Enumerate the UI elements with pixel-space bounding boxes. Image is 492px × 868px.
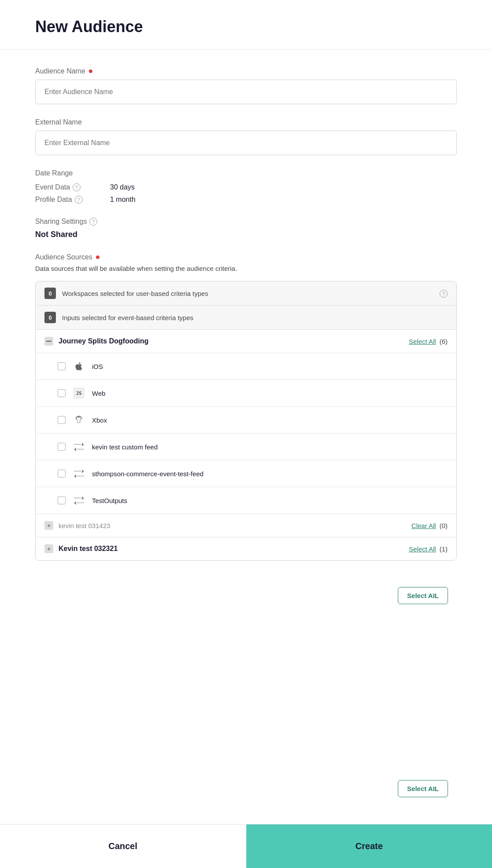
- select-ail-button-1[interactable]: Select AIL: [398, 587, 448, 604]
- profile-data-row: Profile Data ? 1 month: [35, 196, 457, 204]
- kevin-feed-name: kevin test custom feed: [92, 443, 158, 451]
- workspace-kevin-032321-header: + Kevin test 032321 Select All (1): [36, 537, 456, 560]
- transfer-icon-kevin: [73, 441, 85, 453]
- transfer-icon-sthompson: [73, 467, 85, 480]
- sharing-settings-section: Sharing Settings ? Not Shared: [35, 218, 457, 239]
- event-data-help-icon[interactable]: ?: [73, 183, 81, 191]
- form-container: Audience Name External Name Date Range E…: [0, 50, 492, 850]
- workspaces-summary-row: 0 Workspaces selected for user-based cri…: [36, 281, 456, 306]
- profile-data-value: 1 month: [110, 196, 136, 204]
- apple-icon: [73, 360, 85, 372]
- page-header: New Audience: [0, 0, 492, 50]
- select-ail-container-1: Select AIL: [35, 587, 457, 604]
- source-item-web: JS Web: [36, 379, 456, 406]
- testoutputs-name: TestOutputs: [92, 497, 127, 504]
- source-item-testoutputs: TestOutputs: [36, 487, 456, 514]
- event-data-label: Event Data ?: [35, 183, 110, 191]
- workspace-kevin-032321: + Kevin test 032321 Select All (1): [36, 537, 456, 560]
- audience-sources-label: Audience Sources: [35, 253, 457, 261]
- bottom-bar: Cancel Create: [0, 824, 492, 868]
- audience-sources-section: Audience Sources Data sources that will …: [35, 253, 457, 561]
- select-ail-container-2: Select AIL: [35, 780, 457, 797]
- page-title: New Audience: [35, 18, 457, 36]
- required-indicator: [89, 69, 92, 73]
- date-range-title: Date Range: [35, 169, 457, 177]
- kevin-feed-checkbox[interactable]: [58, 443, 66, 451]
- xbox-icon: [73, 414, 85, 426]
- ios-checkbox[interactable]: [58, 362, 66, 370]
- create-button[interactable]: Create: [246, 824, 492, 868]
- inputs-summary-text: Inputs selected for event-based criteria…: [62, 314, 448, 321]
- workspace-journey-splits: Journey Splits Dogfooding Select All (6): [36, 330, 456, 514]
- workspace-kevin-031423: + kevin test 031423 Clear All (0): [36, 514, 456, 537]
- audience-sources-description: Data sources that will be available when…: [35, 265, 457, 272]
- select-ail-button-2[interactable]: Select AIL: [398, 780, 448, 797]
- external-name-label: External Name: [35, 118, 457, 126]
- journey-splits-count: (6): [440, 338, 448, 345]
- web-source-name: Web: [92, 390, 106, 397]
- collapse-journey-splits-icon[interactable]: [44, 337, 53, 346]
- source-item-xbox: Xbox: [36, 406, 456, 433]
- audience-name-group: Audience Name: [35, 67, 457, 104]
- sthompson-checkbox[interactable]: [58, 470, 66, 478]
- profile-data-help-icon[interactable]: ?: [75, 196, 83, 204]
- select-all-journey-splits[interactable]: Select All: [409, 338, 436, 345]
- expand-kevin-031423-icon[interactable]: +: [44, 521, 53, 530]
- xbox-source-name: Xbox: [92, 416, 107, 424]
- event-data-value: 30 days: [110, 183, 135, 191]
- workspace-kevin-032321-name: Kevin test 032321: [59, 545, 117, 553]
- date-range-section: Date Range Event Data ? 30 days Profile …: [35, 169, 457, 204]
- kevin-032321-count: (1): [440, 545, 448, 553]
- kevin-031423-count: (0): [440, 522, 448, 529]
- sharing-settings-label: Sharing Settings ?: [35, 218, 457, 226]
- workspaces-summary-help-icon[interactable]: ?: [440, 290, 448, 298]
- workspaces-summary-text: Workspaces selected for user-based crite…: [62, 290, 433, 297]
- sharing-help-icon[interactable]: ?: [89, 218, 97, 226]
- js-icon: JS: [73, 387, 85, 399]
- workspace-kevin-031423-name: kevin test 031423: [59, 522, 110, 529]
- select-all-kevin-032321[interactable]: Select All: [409, 545, 436, 553]
- transfer-icon-testoutputs: [73, 494, 85, 507]
- external-name-group: External Name: [35, 118, 457, 155]
- event-data-row: Event Data ? 30 days: [35, 183, 457, 191]
- web-checkbox[interactable]: [58, 389, 66, 397]
- source-item-kevin-feed: kevin test custom feed: [36, 433, 456, 460]
- inputs-count-badge: 0: [44, 312, 56, 323]
- sharing-value: Not Shared: [35, 230, 457, 239]
- external-name-input[interactable]: [35, 131, 457, 155]
- inputs-summary-row: 0 Inputs selected for event-based criter…: [36, 306, 456, 330]
- audience-sources-required: [96, 255, 99, 259]
- expand-kevin-032321-icon[interactable]: +: [44, 544, 53, 553]
- cancel-button[interactable]: Cancel: [0, 824, 246, 868]
- ios-source-name: iOS: [92, 363, 103, 370]
- workspace-journey-splits-header: Journey Splits Dogfooding Select All (6): [36, 330, 456, 353]
- audience-name-input[interactable]: [35, 80, 457, 104]
- sources-table: 0 Workspaces selected for user-based cri…: [35, 281, 457, 561]
- workspace-kevin-031423-header: + kevin test 031423 Clear All (0): [36, 514, 456, 537]
- source-item-ios: iOS: [36, 353, 456, 379]
- workspace-journey-splits-name: Journey Splits Dogfooding: [59, 337, 148, 345]
- source-item-sthompson: sthompson-commerce-event-test-feed: [36, 460, 456, 487]
- xbox-checkbox[interactable]: [58, 416, 66, 424]
- audience-name-label: Audience Name: [35, 67, 457, 75]
- workspaces-count-badge: 0: [44, 288, 56, 299]
- testoutputs-checkbox[interactable]: [58, 496, 66, 504]
- profile-data-label: Profile Data ?: [35, 196, 110, 204]
- sthompson-name: sthompson-commerce-event-test-feed: [92, 470, 203, 478]
- clear-all-kevin-031423[interactable]: Clear All: [411, 522, 436, 529]
